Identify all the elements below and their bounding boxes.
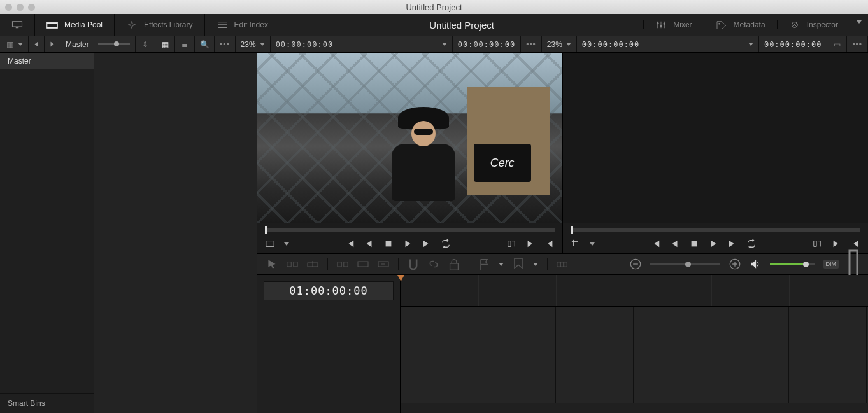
view-thumbnails-button[interactable]: ▦ [155,36,175,52]
chevron-down-icon[interactable] [284,242,289,246]
safe-area-button[interactable]: ▭ [827,36,847,52]
stop-button[interactable] [689,239,699,249]
nav-forward-button[interactable] [45,36,60,52]
first-frame-button[interactable] [345,239,355,249]
loop-button[interactable] [441,239,451,249]
svg-rect-14 [294,262,297,266]
bin-sidebar: Master Smart Bins [0,53,94,413]
source-options-button[interactable]: ••• [521,36,542,52]
next-clip-button[interactable] [525,239,536,249]
mark-in-button[interactable] [506,239,516,249]
source-out-cell: 00:00:00:00 [453,36,521,52]
play-button[interactable] [402,239,413,249]
program-timeline-name[interactable]: 00:00:00:00 [577,36,759,52]
flag-button[interactable] [478,259,490,269]
source-clip-name[interactable]: 00:00:00:00 [271,36,453,52]
program-scrubber[interactable] [571,228,860,232]
traffic-lights[interactable] [5,4,35,11]
minimize-window-icon[interactable] [17,4,24,11]
prev-clip-button[interactable] [544,239,555,249]
effects-library-button[interactable]: Effects Library [115,14,204,36]
overwrite-clip-button[interactable] [357,259,369,269]
zoom-window-icon[interactable] [28,4,35,11]
dim-button[interactable]: DIM [823,260,839,269]
source-zoom[interactable]: 23% [236,36,271,52]
chevron-down-icon[interactable] [533,263,538,266]
trim-tool[interactable] [287,259,298,269]
timeline-playhead[interactable] [401,275,401,413]
chevron-left-icon [35,42,38,47]
ellipsis-icon: ••• [220,40,230,49]
play-reverse-button[interactable] [364,239,374,249]
zoom-out-button[interactable] [630,259,641,269]
mute-button[interactable] [750,259,761,269]
last-frame-button[interactable] [422,239,432,249]
timeline-tracks[interactable] [401,275,868,413]
smart-bins-header[interactable]: Smart Bins [0,393,94,413]
timeline-timecode[interactable]: 01:00:00:00 [264,281,394,300]
bin-master[interactable]: Master [0,53,94,69]
bin-label: Master [66,40,89,49]
snapping-toggle[interactable] [408,259,419,269]
selection-tool[interactable] [266,259,278,269]
video-track-1[interactable] [401,307,868,365]
bin-path[interactable]: Master [60,36,136,52]
playhead-icon[interactable] [571,226,573,234]
blade-tool[interactable] [307,259,318,269]
edit-index-button[interactable]: Edit Index [205,14,280,36]
effects-library-label: Effects Library [144,20,192,29]
marker-button[interactable] [513,259,524,269]
lock-toggle[interactable] [448,259,460,269]
ellipsis-icon: ••• [852,40,862,49]
play-button[interactable] [708,239,718,249]
thumbnail-size-slider[interactable] [98,43,130,45]
video-frame: Cerc [257,53,562,223]
first-frame-button[interactable] [651,239,661,249]
loop-button[interactable] [746,239,757,249]
mark-in-button[interactable] [812,239,822,249]
timeline-ruler[interactable] [401,275,868,307]
program-options-button[interactable]: ••• [847,36,868,52]
chevron-down-icon[interactable] [499,263,504,266]
source-video-display[interactable]: Cerc [257,53,562,223]
inspector-button[interactable]: Inspector [777,20,850,29]
volume-slider[interactable] [770,263,815,265]
link-toggle[interactable] [428,259,439,269]
crop-button[interactable] [571,239,581,249]
svg-rect-23 [564,262,567,266]
view-list-button[interactable]: ≣ [175,36,195,52]
viewers-and-timeline: Cerc [257,53,868,413]
prev-clip-button[interactable] [850,239,860,249]
timeline-zoom-slider[interactable] [650,263,720,265]
mixer-button[interactable]: Mixer [643,20,703,29]
program-zoom[interactable]: 23% [542,36,577,52]
source-scrubber[interactable] [265,228,555,232]
panel-layout-toggle[interactable]: ▥ [0,36,29,52]
audio-track-1[interactable] [401,365,868,403]
ellipsis-icon: ••• [526,40,536,49]
metadata-button[interactable]: Metadata [704,20,777,29]
replace-clip-button[interactable] [378,259,389,269]
next-clip-button[interactable] [831,239,841,249]
media-pool-panel[interactable] [94,53,257,413]
chevron-down-icon[interactable] [590,242,595,246]
last-frame-button[interactable] [727,239,737,249]
timeline-options-button[interactable] [848,259,859,269]
program-video-display[interactable] [563,53,868,223]
search-button[interactable]: 🔍 [195,36,215,52]
close-window-icon[interactable] [5,4,12,11]
match-frame-button[interactable] [265,239,275,249]
nav-back-button[interactable] [29,36,45,52]
timeline-toolbar: DIM [257,253,868,275]
workspace-layout-button[interactable] [0,14,35,36]
timeline-view-button[interactable] [557,259,568,269]
media-options-button[interactable]: ••• [215,36,236,52]
playhead-icon[interactable] [265,226,267,234]
play-reverse-button[interactable] [670,239,680,249]
media-pool-button[interactable]: Media Pool [35,14,115,36]
sort-toggle[interactable]: ⇕ [136,36,155,52]
insert-clip-button[interactable] [337,259,348,269]
stop-button[interactable] [383,239,394,249]
zoom-in-button[interactable] [729,259,741,269]
expand-panel-button[interactable] [850,20,868,24]
